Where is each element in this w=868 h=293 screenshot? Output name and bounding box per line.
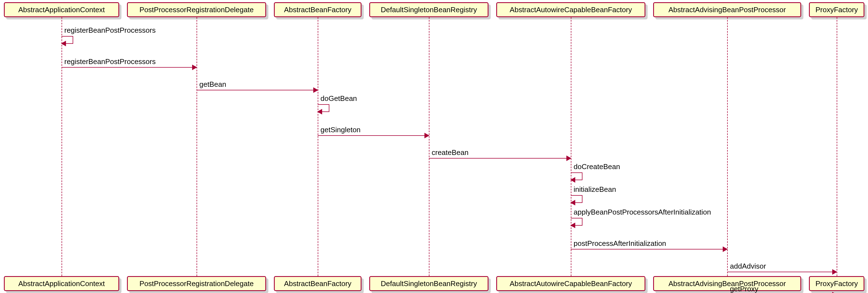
participant-p3-top: DefaultSingletonBeanRegistry — [369, 2, 489, 17]
lifeline-p3 — [429, 17, 429, 276]
participant-label: AbstractAdvisingBeanPostProcessor — [669, 5, 786, 14]
message-label: registerBeanPostProcessors — [64, 57, 156, 66]
participant-p5-bottom: AbstractAdvisingBeanPostProcessor — [653, 276, 801, 291]
participant-label: DefaultSingletonBeanRegistry — [381, 280, 477, 288]
arrow-right-icon — [192, 65, 197, 70]
arrow-left-icon — [570, 177, 575, 183]
message-label: doGetBean — [320, 94, 357, 103]
participant-p1-top: PostProcessorRegistrationDelegate — [127, 2, 266, 17]
participant-label: AbstractApplicationContext — [18, 280, 105, 288]
participant-p6-bottom: ProxyFactory — [809, 276, 864, 291]
sequence-diagram: AbstractApplicationContextAbstractApplic… — [0, 0, 868, 293]
participant-label: AbstractBeanFactory — [284, 280, 351, 288]
participant-p5-top: AbstractAdvisingBeanPostProcessor — [653, 2, 801, 17]
participant-p2-bottom: AbstractBeanFactory — [274, 276, 362, 291]
message-call: postProcessAfterInitialization — [571, 249, 727, 250]
message-call: createBean — [429, 158, 571, 159]
participant-label: DefaultSingletonBeanRegistry — [381, 5, 477, 14]
participant-p0-top: AbstractApplicationContext — [4, 2, 119, 17]
message-label: initializeBean — [574, 185, 616, 194]
message-call: addAdvisor — [727, 272, 837, 272]
participant-label: PostProcessorRegistrationDelegate — [140, 280, 254, 288]
arrow-right-icon — [832, 292, 837, 293]
participant-p6-top: ProxyFactory — [809, 2, 864, 17]
participant-p4-bottom: AbstractAutowireCapableBeanFactory — [496, 276, 645, 291]
lifeline-p6 — [837, 17, 837, 276]
lifeline-p5 — [727, 17, 728, 276]
message-label: postProcessAfterInitialization — [574, 239, 666, 248]
message-label: getBean — [199, 80, 226, 89]
arrow-right-icon — [425, 133, 429, 138]
message-label: registerBeanPostProcessors — [64, 26, 156, 35]
arrow-right-icon — [723, 247, 728, 252]
participant-p2-top: AbstractBeanFactory — [274, 2, 362, 17]
lifeline-p2 — [318, 17, 318, 276]
message-label: createBean — [432, 148, 468, 157]
participant-label: ProxyFactory — [815, 5, 858, 14]
participant-p0-bottom: AbstractApplicationContext — [4, 276, 119, 291]
participant-label: PostProcessorRegistrationDelegate — [140, 5, 254, 14]
participant-label: AbstractApplicationContext — [18, 5, 105, 14]
arrow-right-icon — [313, 87, 318, 93]
message-call: getBean — [196, 90, 318, 90]
message-label: getSingleton — [320, 126, 361, 134]
message-label: applyBeanPostProcessorsAfterInitializati… — [574, 208, 711, 217]
arrow-left-icon — [61, 41, 66, 46]
participant-label: AbstractBeanFactory — [284, 5, 351, 14]
message-call: getSingleton — [318, 135, 429, 136]
participant-label: AbstractAutowireCapableBeanFactory — [510, 5, 632, 14]
message-label: doCreateBean — [574, 162, 620, 171]
participant-label: AbstractAutowireCapableBeanFactory — [510, 280, 632, 288]
message-label: addAdvisor — [730, 262, 766, 270]
arrow-left-icon — [317, 109, 322, 115]
lifeline-p4 — [571, 17, 571, 276]
lifeline-p0 — [62, 17, 62, 276]
message-call: registerBeanPostProcessors — [62, 67, 196, 68]
arrow-left-icon — [570, 223, 575, 228]
participant-p3-bottom: DefaultSingletonBeanRegistry — [369, 276, 489, 291]
message-label: getProxy — [730, 285, 758, 293]
participant-p4-top: AbstractAutowireCapableBeanFactory — [496, 2, 645, 17]
lifeline-p1 — [196, 17, 197, 276]
participant-label: ProxyFactory — [815, 280, 858, 288]
participant-p1-bottom: PostProcessorRegistrationDelegate — [127, 276, 266, 291]
arrow-right-icon — [566, 156, 571, 161]
participant-label: AbstractAdvisingBeanPostProcessor — [669, 280, 786, 288]
arrow-right-icon — [832, 269, 837, 275]
arrow-left-icon — [570, 200, 575, 205]
